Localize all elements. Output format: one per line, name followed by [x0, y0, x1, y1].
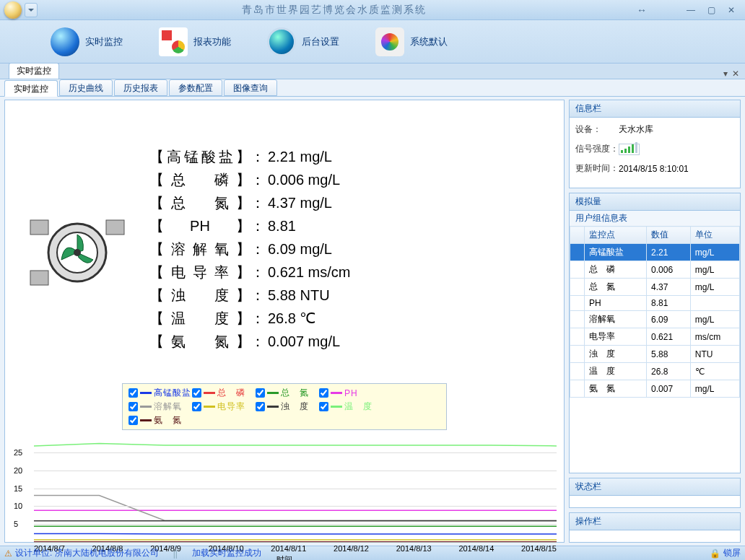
metric-row: 【浊 度】：5.88 NTU: [149, 284, 350, 307]
metrics-list: 【高锰酸盐】：2.21 mg/L【总 磷】：0.006 mg/L【总 氮】：4.…: [149, 145, 350, 353]
analog-panel: 模拟量 用户组信息表 监控点数值单位高锰酸盐2.21mg/L总 磷0.006mg…: [569, 193, 741, 473]
table-row[interactable]: PH8.81: [570, 296, 740, 311]
minimize-button[interactable]: —: [681, 4, 700, 17]
svg-rect-1: [106, 220, 124, 235]
table-row[interactable]: 总 磷0.006mg/L: [570, 261, 740, 279]
metric-row: 【氨 氮】：0.007 mg/L: [149, 330, 350, 353]
qat-dropdown[interactable]: [25, 3, 38, 17]
table-header: 单位: [690, 227, 739, 244]
panel-header: 状态栏: [570, 478, 740, 496]
chart-legend: 高锰酸盐总 磷总 氮PH溶解氧电导率浊 度温 度氨 氮: [122, 383, 447, 430]
document-tab-strip: 实时监控 ▾ ✕: [0, 64, 745, 79]
svg-rect-2: [30, 271, 48, 285]
legend-checkbox[interactable]: [319, 388, 328, 398]
app-title: 青岛市世界园艺博览会水质监测系统: [38, 4, 631, 17]
x-tick-label: 2014/8/11: [271, 544, 306, 553]
table-row[interactable]: 温 度26.8℃: [570, 363, 740, 380]
status-design: 设计单位: 济南大陆机电股份有限公司: [15, 547, 159, 559]
metric-row: 【溶解氧】：6.09 mg/L: [149, 237, 350, 261]
x-tick-label: 2014/8/15: [521, 544, 557, 553]
legend-item[interactable]: 浊 度: [256, 401, 319, 413]
tab-menu-icon[interactable]: ▾: [723, 69, 728, 79]
table-row[interactable]: 浊 度5.88NTU: [570, 346, 740, 363]
info-device-value: 天水水库: [619, 123, 653, 136]
legend-item[interactable]: 高锰酸盐: [128, 387, 192, 399]
chart-area: 高锰酸盐总 磷总 氮PH溶解氧电导率浊 度温 度氨 氮 510152025 20…: [5, 383, 564, 542]
tab-1[interactable]: 历史曲线: [59, 79, 113, 96]
table-caption: 用户组信息表: [570, 211, 740, 226]
status-message: 加载实时监控成功: [192, 547, 261, 559]
metric-row: 【总 磷】：0.006 mg/L: [149, 168, 350, 191]
metric-row: 【电导率】：0.621 ms/cm: [149, 261, 350, 284]
report-icon: [159, 27, 188, 56]
maximize-button[interactable]: ▢: [702, 4, 720, 17]
info-panel: 信息栏 设备： 天水水库 信号强度： 更新时间： 2014/8/15 8:10:…: [569, 100, 741, 188]
line-chart: 510152025: [34, 434, 557, 543]
toolbar-realtime[interactable]: 实时监控: [51, 27, 123, 56]
panel-header: 信息栏: [570, 100, 740, 118]
toolbar-default[interactable]: 系统默认: [375, 27, 448, 56]
metric-row: 【PH】：8.81: [149, 214, 350, 237]
analog-table: 监控点数值单位高锰酸盐2.21mg/L总 磷0.006mg/L总 氮4.37mg…: [570, 226, 740, 398]
svg-rect-0: [30, 220, 48, 235]
display-area: 【高锰酸盐】：2.21 mg/L【总 磷】：0.006 mg/L【总 氮】：4.…: [5, 100, 564, 383]
document-tab[interactable]: 实时监控: [9, 63, 59, 79]
tab-2[interactable]: 历史报表: [114, 79, 167, 96]
legend-checkbox[interactable]: [256, 402, 265, 411]
tab-3[interactable]: 参数配置: [169, 79, 222, 96]
globe-icon: [51, 27, 79, 56]
panel-header: 操作栏: [570, 513, 740, 530]
tab-close-icon[interactable]: ✕: [732, 69, 739, 79]
close-button[interactable]: ✕: [722, 4, 741, 17]
setting-icon: [267, 27, 296, 56]
table-header: 监控点: [585, 227, 647, 244]
legend-item[interactable]: 溶解氧: [128, 401, 192, 413]
main-panel: 【高锰酸盐】：2.21 mg/L【总 磷】：0.006 mg/L【总 氮】：4.…: [4, 100, 565, 543]
info-signal-label: 信号强度：: [575, 143, 619, 155]
table-row[interactable]: 高锰酸盐2.21mg/L: [570, 244, 740, 261]
legend-checkbox[interactable]: [256, 388, 265, 398]
table-row[interactable]: 总 氮4.37mg/L: [570, 279, 740, 296]
legend-checkbox[interactable]: [319, 402, 328, 411]
table-row[interactable]: 电导率0.621ms/cm: [570, 328, 740, 346]
legend-checkbox[interactable]: [128, 388, 138, 398]
x-tick-label: 2014/8/14: [458, 544, 494, 553]
tab-4[interactable]: 图像查询: [224, 79, 277, 96]
info-update-value: 2014/8/15 8:10:01: [619, 164, 689, 174]
legend-checkbox[interactable]: [128, 416, 138, 425]
operation-panel: 操作栏: [569, 512, 741, 543]
metric-row: 【温 度】：26.8 ℃: [149, 307, 350, 330]
toolbar-label: 系统默认: [410, 35, 448, 48]
legend-item[interactable]: 电导率: [192, 401, 256, 413]
metric-row: 【总 氮】：4.37 mg/L: [149, 191, 350, 214]
titlebar: 青岛市世界园艺博览会水质监测系统 ↔ — ▢ ✕: [0, 0, 745, 20]
legend-checkbox[interactable]: [192, 388, 201, 398]
side-panel: 信息栏 设备： 天水水库 信号强度： 更新时间： 2014/8/15 8:10:…: [569, 100, 741, 543]
sub-tab-row: 实时监控历史曲线历史报表参数配置图像查询: [0, 79, 745, 97]
legend-item[interactable]: 温 度: [319, 401, 383, 413]
legend-item[interactable]: 氨 氮: [128, 414, 192, 426]
warning-icon: ⚠: [4, 548, 12, 559]
resize-handle-icon[interactable]: ↔: [632, 4, 651, 17]
legend-item[interactable]: 总 磷: [192, 387, 256, 399]
workspace: 【高锰酸盐】：2.21 mg/L【总 磷】：0.006 mg/L【总 氮】：4.…: [0, 97, 745, 546]
signal-bars-icon: [619, 144, 640, 155]
legend-checkbox[interactable]: [128, 402, 138, 411]
table-row[interactable]: 氨 氮0.007mg/L: [570, 380, 740, 398]
toolbar-label: 后台设置: [302, 35, 339, 48]
table-header: 数值: [647, 227, 691, 244]
legend-checkbox[interactable]: [192, 402, 201, 411]
tab-0[interactable]: 实时监控: [4, 80, 58, 97]
panel-header: 模拟量: [570, 193, 740, 211]
app-orb-icon[interactable]: [4, 1, 22, 19]
status-panel: 状态栏: [569, 478, 741, 508]
toolbar-report[interactable]: 报表功能: [159, 27, 231, 56]
info-update-label: 更新时间：: [575, 162, 619, 175]
legend-item[interactable]: PH: [319, 387, 383, 399]
table-row[interactable]: 溶解氧6.09mg/L: [570, 311, 740, 328]
toolbar-label: 报表功能: [193, 35, 231, 48]
metric-row: 【高锰酸盐】：2.21 mg/L: [149, 145, 350, 168]
legend-item[interactable]: 总 氮: [256, 387, 319, 399]
toolbar-setting[interactable]: 后台设置: [267, 27, 339, 56]
lock-screen-button[interactable]: 锁屏: [723, 547, 741, 559]
